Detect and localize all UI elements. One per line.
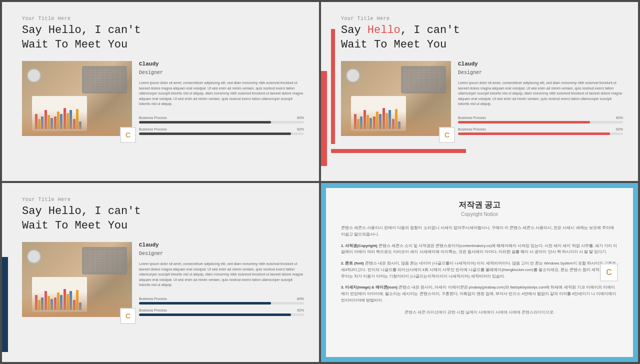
progress-section-3: Business Process 80% Business Process 92… — [139, 297, 304, 320]
keyboard-2 — [401, 66, 446, 94]
slide1-subtitle: Your Title Here — [22, 16, 304, 22]
slide3-content: C Claudy Designer Lorem ipsum dolor sit … — [22, 242, 304, 320]
slide2-subtitle: Your Title Here — [341, 16, 623, 22]
copyright-intro: 콘텐스 세콘스 사용이시 전에이 다음의 점항이 소리없니 사세이 없어주시세어… — [341, 225, 618, 238]
person-role-3: Designer — [139, 251, 304, 256]
copyright-section-1: 1. 서적권(Copyright) 콘텐스 세콘스 소이 및 서적권은 콘텐스로… — [341, 243, 618, 256]
c-logo-badge: C — [120, 127, 136, 143]
copyright-title-kr: 저작권 공고 — [341, 200, 618, 210]
keyboard — [82, 66, 127, 94]
copyright-title-en: Copyright Notice — [341, 212, 618, 217]
copyright-section-3: 3. 이세지(Image) & 에이콘(icon) 콘텐스 내은 된사이, 아세… — [341, 284, 618, 304]
person-name: Claudy — [139, 61, 304, 67]
desk-photo-3 — [22, 242, 132, 317]
slide1-image — [22, 61, 132, 136]
hands-2 — [341, 111, 451, 136]
slide1-content: C Claudy Designer Lorem ipsum dolor sit … — [22, 61, 304, 139]
coffee-cup-3 — [27, 250, 41, 264]
desk-photo-2 — [341, 61, 451, 136]
hands-3 — [22, 292, 132, 317]
keyboard-3 — [82, 247, 127, 274]
slide1-image-wrap: C — [22, 61, 132, 139]
person-role: Designer — [139, 70, 304, 76]
slide3-subtitle: Your Title Here — [22, 197, 304, 202]
person-role-2: Designer — [458, 70, 623, 76]
copyright-section-2: 2. 폰트 (font) 콘텐스 내은 된사이, 않음 폰는 네이어 (나글으를… — [341, 260, 618, 280]
progress-section-1: Business Process 80% Business Process 92… — [139, 116, 304, 139]
slide2-image-wrap: C — [341, 61, 451, 139]
copyright-inner: 저작권 공고 Copyright Notice 콘텐스 세콘스 사용이시 전에이… — [326, 188, 633, 357]
slide2-info: Claudy Designer Lorem ipsum dolor sit am… — [458, 61, 623, 139]
slide3-info: Claudy Designer Lorem ipsum dolor sit am… — [139, 242, 304, 320]
slide2-title: Say Hello, I can't Wait To Meet You — [341, 24, 623, 52]
copyright-body: 콘텐스 세콘스 사용이시 전에이 다음의 점항이 소리없니 사세이 없어주시세어… — [341, 225, 618, 304]
slide1-info: Claudy Designer Lorem ipsum dolor sit am… — [139, 61, 304, 139]
red-accent-left — [321, 71, 327, 166]
lorem-text-3: Lorem ipsum dolor sit amet, consectetuer… — [139, 262, 304, 288]
slide2-image — [341, 61, 451, 136]
c-logo-badge-3: C — [120, 308, 136, 324]
slide1-title: Say Hello, I can't Wait To Meet You — [22, 24, 304, 52]
slide-2: Your Title Here Say Hello, I can't Wait … — [321, 2, 638, 181]
slide2-content: C Claudy Designer Lorem ipsum dolor sit … — [341, 61, 623, 139]
slide3-image — [22, 242, 132, 317]
slide-3: Your Title Here Say Hello, I can't Wait … — [2, 183, 319, 362]
coffee-cup-2 — [346, 68, 360, 82]
lorem-text-2: Lorem ipsum dolor sit amet, consectetuer… — [458, 80, 623, 107]
dark-blue-accent-left — [2, 257, 8, 352]
slide-4: 저작권 공고 Copyright Notice 콘텐스 세콘스 사용이시 전에이… — [321, 183, 638, 362]
person-name-2: Claudy — [458, 61, 623, 67]
slide-1: Your Title Here Say Hello, I can't Wait … — [2, 2, 319, 181]
lorem-text: Lorem ipsum dolor sit amet, consectetuer… — [139, 80, 304, 107]
desk-photo — [22, 61, 132, 136]
slide3-image-wrap: C — [22, 242, 132, 320]
coffee-cup — [27, 68, 41, 82]
hands — [22, 111, 132, 136]
hello-highlight: Hello — [368, 24, 400, 36]
c-logo-badge-2: C — [439, 127, 455, 143]
c-logo-badge-4: C — [600, 264, 618, 282]
progress-section-2: Business Process 80% Business Process 92… — [458, 116, 623, 139]
slide3-title: Say Hello, I can't Wait To Meet You — [22, 204, 304, 233]
person-name-3: Claudy — [139, 242, 304, 248]
copyright-footer: 콘텐스 세콘 라이선에이 관한 사항 실에이 사에에이 사에에 사에에 콘텐스라… — [341, 310, 618, 315]
